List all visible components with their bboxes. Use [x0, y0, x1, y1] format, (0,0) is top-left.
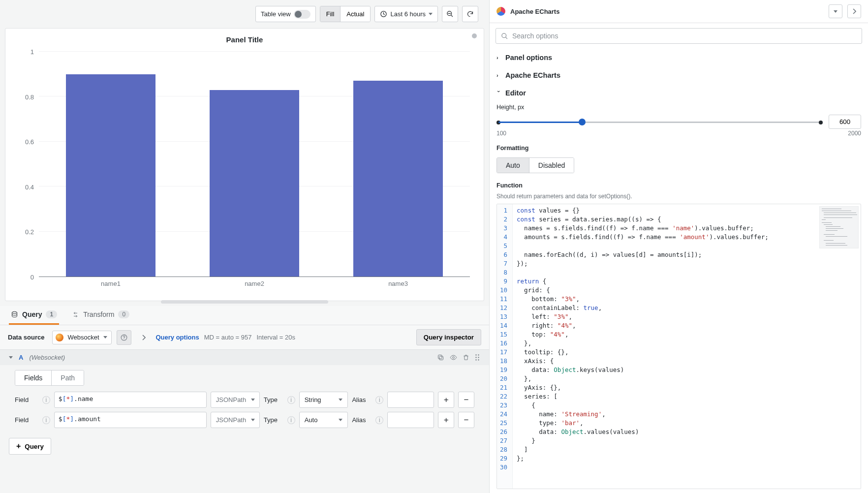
svg-point-8 — [478, 354, 479, 355]
info-icon[interactable]: i — [42, 396, 50, 404]
y-tick: 0.8 — [25, 93, 34, 100]
y-tick: 0.2 — [25, 228, 34, 236]
drag-handle[interactable] — [474, 354, 480, 361]
actual-button[interactable]: Actual — [340, 6, 370, 22]
remove-field-button[interactable]: − — [458, 412, 474, 428]
x-axis-labels: name1name2name3 — [39, 280, 470, 290]
jsonpath-input[interactable]: $[*].amount — [54, 412, 207, 428]
query-inspector-button[interactable]: Query inspector — [416, 329, 481, 345]
horizontal-scrollbar[interactable] — [161, 300, 328, 304]
editor-toolbar: Table view Fill Actual Last 6 hours — [0, 0, 489, 28]
toggle-visibility-button[interactable] — [449, 354, 458, 361]
editor-section-body: Height, px 100 2000 Formatting Auto Disa… — [490, 102, 868, 493]
query-interval-label: Interval = 20s — [256, 334, 295, 341]
section-editor[interactable]: › Editor — [490, 84, 868, 102]
query-name: (Websocket) — [29, 354, 65, 361]
remove-query-button[interactable] — [463, 354, 469, 361]
alias-input[interactable] — [387, 412, 434, 428]
alias-input[interactable] — [387, 392, 434, 408]
info-icon[interactable]: i — [375, 416, 383, 424]
query-md-label: MD = auto = 957 — [204, 334, 252, 341]
x-label: name3 — [388, 280, 408, 287]
tab-fields[interactable]: Fields — [15, 370, 51, 385]
time-range-label: Last 6 hours — [390, 10, 426, 18]
function-code-editor[interactable]: 1234567891011121314151617181920212223242… — [496, 204, 861, 489]
bar[interactable] — [353, 81, 442, 277]
type-label: Type — [264, 396, 283, 403]
side-panel-title: Apache ECharts — [510, 8, 824, 15]
datasource-picker[interactable]: Websocket — [52, 331, 111, 344]
code-minimap[interactable] — [819, 206, 859, 248]
bar-chart: 00.20.40.60.81 name1name2name3 — [12, 48, 477, 294]
info-icon[interactable]: i — [375, 396, 383, 404]
tab-path[interactable]: Path — [51, 370, 84, 385]
height-slider[interactable] — [496, 116, 823, 128]
formatting-disabled[interactable]: Disabled — [529, 158, 574, 173]
add-field-button[interactable]: + — [438, 392, 454, 408]
chevron-down-icon — [103, 336, 107, 339]
formatting-auto[interactable]: Auto — [497, 158, 529, 173]
chevron-right-icon — [142, 335, 146, 340]
svg-point-9 — [475, 357, 476, 358]
type-select[interactable]: String — [299, 392, 348, 408]
question-icon — [121, 334, 127, 341]
type-label: Type — [264, 416, 283, 424]
refresh-icon — [466, 10, 474, 18]
slider-thumb[interactable] — [579, 119, 586, 125]
table-view-toggle[interactable]: Table view — [255, 6, 316, 22]
fill-button[interactable]: Fill — [320, 6, 341, 22]
duplicate-query-button[interactable] — [437, 354, 444, 361]
chevron-right-icon — [852, 8, 856, 14]
websocket-logo-icon — [56, 334, 63, 341]
datasource-help-button[interactable] — [117, 330, 131, 345]
height-value-input[interactable] — [829, 115, 861, 129]
options-search[interactable] — [496, 28, 862, 44]
field-label: Field — [15, 416, 38, 424]
chevron-right-icon: › — [496, 55, 501, 61]
query-row-header[interactable]: A (Websocket) — [0, 349, 489, 365]
language-select[interactable]: JSONPath — [211, 412, 260, 428]
time-range-picker[interactable]: Last 6 hours — [374, 6, 438, 22]
info-icon[interactable]: i — [42, 416, 50, 424]
query-options-caret[interactable] — [136, 330, 151, 345]
panel-status-dot — [472, 33, 477, 38]
search-icon — [501, 32, 508, 40]
alias-label: Alias — [352, 396, 372, 403]
eye-icon — [449, 354, 458, 361]
fill-actual-segment: Fill Actual — [320, 6, 371, 22]
toggle-off-icon — [294, 10, 310, 19]
query-id: A — [19, 354, 23, 361]
jsonpath-input[interactable]: $[*].name — [54, 392, 207, 408]
transform-icon — [72, 311, 79, 318]
collapse-side-button[interactable] — [847, 4, 861, 18]
side-panel-header: Apache ECharts — [490, 0, 868, 23]
remove-field-button[interactable]: − — [458, 392, 474, 408]
bar[interactable] — [210, 90, 299, 277]
tab-transform[interactable]: Transform 0 — [70, 306, 131, 325]
add-query-label: Query — [25, 443, 44, 450]
bar[interactable] — [66, 74, 155, 277]
zoom-out-button[interactable] — [442, 6, 458, 22]
section-panel-options[interactable]: › Panel options — [490, 49, 868, 66]
add-field-button[interactable]: + — [438, 412, 454, 428]
y-tick: 0 — [31, 274, 34, 281]
add-query-button[interactable]: + Query — [9, 438, 51, 455]
query-options-link[interactable]: Query options — [156, 334, 199, 341]
database-icon — [11, 311, 18, 318]
formatting-label: Formatting — [496, 145, 861, 152]
refresh-button[interactable] — [462, 6, 478, 22]
fields-path-tabs: Fields Path — [15, 370, 84, 386]
svg-point-12 — [478, 359, 479, 360]
viz-picker-toggle[interactable] — [829, 4, 842, 18]
language-select[interactable]: JSONPath — [211, 392, 260, 408]
info-icon[interactable]: i — [287, 416, 295, 424]
section-apache-echarts[interactable]: › Apache ECharts — [490, 66, 868, 84]
code-content[interactable]: const values = {} const series = data.se… — [513, 204, 861, 489]
info-icon[interactable]: i — [287, 396, 295, 404]
query-options-bar: Data source Websocket Query options MD =… — [0, 325, 489, 349]
type-select[interactable]: Auto — [299, 412, 348, 428]
tab-query[interactable]: Query 1 — [9, 306, 59, 325]
search-input[interactable] — [512, 32, 857, 40]
plot-area — [39, 52, 470, 277]
alias-label: Alias — [352, 416, 372, 424]
